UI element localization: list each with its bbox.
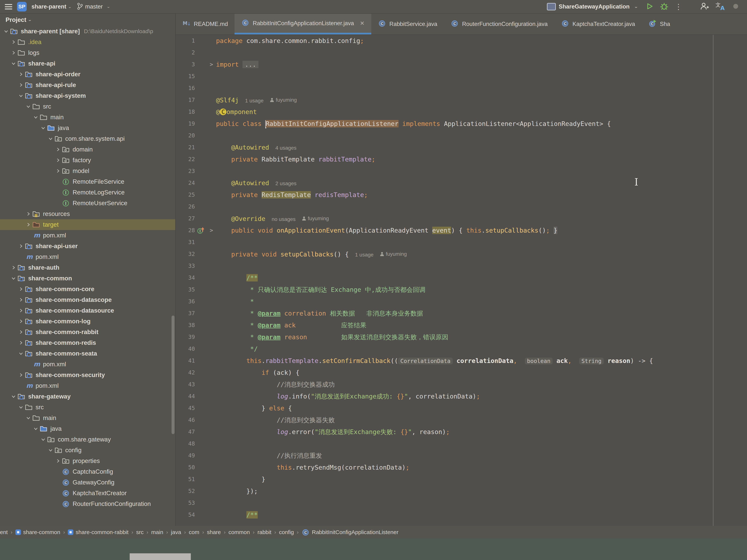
close-icon[interactable]: ✕ <box>360 20 365 26</box>
tree-item-share-api[interactable]: share-api <box>0 58 175 69</box>
code-line-53[interactable]: 53 <box>176 497 747 509</box>
code-line-19[interactable]: 19public class RabbitInitConfigApplicati… <box>176 118 747 130</box>
project-panel-header[interactable]: Project⌄ <box>0 14 175 26</box>
code-line-40[interactable]: 40 */ <box>176 343 747 355</box>
breadcrumb-item-rabbit[interactable]: rabbit <box>258 529 272 535</box>
tree-item-share-common[interactable]: share-common <box>0 273 175 284</box>
breadcrumb-item-src[interactable]: src <box>136 529 144 535</box>
tree-item-share-common-redis[interactable]: share-common-redis <box>0 338 175 348</box>
fold-marker-icon[interactable]: > <box>207 224 216 236</box>
more-actions-icon[interactable]: ⋮ <box>675 4 682 9</box>
tree-item-share-common-rabbit[interactable]: share-common-rabbit <box>0 327 175 338</box>
code-line-16[interactable]: 16 <box>176 82 747 94</box>
tree-item-src[interactable]: src <box>0 101 175 112</box>
tree-item-share-common-datascope[interactable]: share-common-datascope <box>0 294 175 305</box>
tree-item-properties[interactable]: properties <box>0 456 175 466</box>
run-button[interactable] <box>645 2 654 11</box>
tree-item-main[interactable]: main <box>0 412 175 423</box>
code-line-21[interactable]: 21 @Autowired4 usages <box>176 141 747 153</box>
tree-item-factory[interactable]: factory <box>0 155 175 165</box>
breadcrumb-item-java[interactable]: java <box>171 529 181 535</box>
code-line-42[interactable]: 42 if (ack) { <box>176 367 747 378</box>
tree-item-share-common-datasource[interactable]: share-common-datasource <box>0 305 175 316</box>
code-line-37[interactable]: 37 * @param correlation 相关数据 非消息本身业务数据 <box>176 308 747 319</box>
implementing-method-icon[interactable]: I <box>195 224 207 236</box>
tab-routerfunctionconfiguration-java[interactable]: CRouterFunctionConfiguration.java <box>444 14 554 34</box>
breadcrumb-item-main[interactable]: main <box>151 529 163 535</box>
tree-item-share-auth[interactable]: share-auth <box>0 262 175 273</box>
code-line-47[interactable]: 47 log.error("消息发送到Exchange失败: {}", reas… <box>176 426 747 438</box>
tree-item-remotelogservice[interactable]: IRemoteLogService <box>0 187 175 198</box>
debug-button[interactable] <box>660 2 668 11</box>
tree-item-pom-xml[interactable]: mpom.xml <box>0 380 175 391</box>
tree-item-idea[interactable]: .idea <box>0 37 175 47</box>
notifications-icon[interactable] <box>732 2 740 11</box>
tab-kaptchatextcreator-java[interactable]: CKaptchaTextCreator.java <box>554 14 642 34</box>
code-line-54[interactable]: 54 /** <box>176 509 747 521</box>
breadcrumb-item-config[interactable]: config <box>279 529 294 535</box>
code-line-45[interactable]: 45 } else { <box>176 402 747 414</box>
code-line-31[interactable]: 31 <box>176 236 747 248</box>
breadcrumb-item-rabbitinitconfigapplicationlistener[interactable]: CRabbitInitConfigApplicationListener <box>302 528 398 536</box>
code-line-46[interactable]: 46 //消息到交换器失败 <box>176 414 747 426</box>
breadcrumb-item-share[interactable]: share <box>207 529 221 535</box>
tree-item-config[interactable]: config <box>0 445 175 456</box>
breadcrumb-item-ent[interactable]: ent <box>0 529 8 535</box>
code-line-34[interactable]: 34 /** <box>176 272 747 284</box>
run-configuration-select[interactable]: ShareGatewayApplication⌄ <box>547 3 638 10</box>
code-line-44[interactable]: 44 log.info("消息发送到Exchange成功: {}", corre… <box>176 390 747 402</box>
code-line-25[interactable]: 25 private RedisTemplate redisTemplate; <box>176 189 747 201</box>
tree-item-share-api-rule[interactable]: share-api-rule <box>0 80 175 90</box>
code-line-20[interactable]: 20 <box>176 130 747 141</box>
code-line-1[interactable]: 1package com.share.common.rabbit.config; <box>176 35 747 47</box>
project-tree-scrollbar[interactable] <box>172 316 175 434</box>
tree-item-com-share-gateway[interactable]: com.share.gateway <box>0 434 175 445</box>
tree-item-target[interactable]: target <box>0 219 175 230</box>
tree-item-gatewayconfig[interactable]: CGatewayConfig <box>0 477 175 488</box>
code-line-35[interactable]: 35 * 只确认消息是否正确到达 Exchange 中,成功与否都会回调 <box>176 284 747 296</box>
project-switcher[interactable]: share-parent⌄ <box>31 3 72 10</box>
tree-item-java[interactable]: java <box>0 423 175 434</box>
code-line-23[interactable]: 23 <box>176 165 747 177</box>
tab-rabbitservice-java[interactable]: CRabbitService.java <box>371 14 444 34</box>
vcs-branch-widget[interactable]: master⌄ <box>77 3 111 11</box>
add-user-icon[interactable] <box>700 2 709 11</box>
intention-bulb-icon[interactable]: C <box>220 108 226 115</box>
code-line-18[interactable]: 18@Component <box>176 106 747 118</box>
breadcrumb-item-share-common-rabbit[interactable]: share-common-rabbit <box>68 529 128 535</box>
tree-item-captchaconfig[interactable]: CCaptchaConfig <box>0 466 175 477</box>
tree-item-share-parent-share[interactable]: share-parent [share]D:\BaiduNetdiskDownl… <box>0 26 175 37</box>
fold-marker-icon[interactable]: > <box>207 58 216 70</box>
code-line-22[interactable]: 22 private RabbitTemplate rabbitTemplate… <box>176 153 747 165</box>
tree-item-share-common-seata[interactable]: share-common-seata <box>0 348 175 359</box>
tab-sha[interactable]: CSha <box>642 14 677 34</box>
tree-item-share-api-user[interactable]: share-api-user <box>0 241 175 251</box>
code-line-2[interactable]: 2 <box>176 47 747 58</box>
tree-item-kaptchatextcreator[interactable]: CKaptchaTextCreator <box>0 488 175 499</box>
code-editor[interactable]: 1package com.share.common.rabbit.config;… <box>176 35 747 526</box>
tree-item-remotefileservice[interactable]: IRemoteFileService <box>0 176 175 187</box>
tree-item-share-api-system[interactable]: share-api-system <box>0 90 175 101</box>
code-line-27[interactable]: 27 @Overrideno usagesfuyuming <box>176 213 747 224</box>
tab-rabbitinitconfigapplicationlistener-java[interactable]: CRabbitInitConfigApplicationListener.jav… <box>235 14 371 34</box>
tree-item-main[interactable]: main <box>0 112 175 123</box>
code-line-41[interactable]: 41 this.rabbitTemplate.setConfirmCallbac… <box>176 355 747 367</box>
tree-item-share-common-log[interactable]: share-common-log <box>0 316 175 327</box>
tree-item-share-common-core[interactable]: share-common-core <box>0 284 175 294</box>
tree-item-routerfunctionconfiguration[interactable]: CRouterFunctionConfiguration <box>0 499 175 509</box>
breadcrumb-item-common[interactable]: common <box>228 529 250 535</box>
tree-item-logs[interactable]: logs <box>0 47 175 58</box>
tree-item-share-common-security[interactable]: share-common-security <box>0 370 175 380</box>
tab-readme-md[interactable]: M↓README.md <box>176 14 235 34</box>
tree-item-domain[interactable]: domain <box>0 144 175 155</box>
code-line-38[interactable]: 38 * @param ack 应答结果 <box>176 319 747 331</box>
code-line-24[interactable]: 24 @Autowired2 usages <box>176 177 747 189</box>
code-line-52[interactable]: 52 }); <box>176 485 747 497</box>
code-line-51[interactable]: 51 } <box>176 473 747 485</box>
tree-item-resources[interactable]: resources <box>0 209 175 219</box>
translate-icon[interactable]: 文A <box>715 2 725 11</box>
tree-item-pom-xml[interactable]: mpom.xml <box>0 251 175 262</box>
code-line-43[interactable]: 43 //消息到交换器成功 <box>176 378 747 390</box>
code-line-39[interactable]: 39 * @param reason 如果发送消息到交换器失败，错误原因 <box>176 331 747 343</box>
code-line-33[interactable]: 33 <box>176 260 747 272</box>
